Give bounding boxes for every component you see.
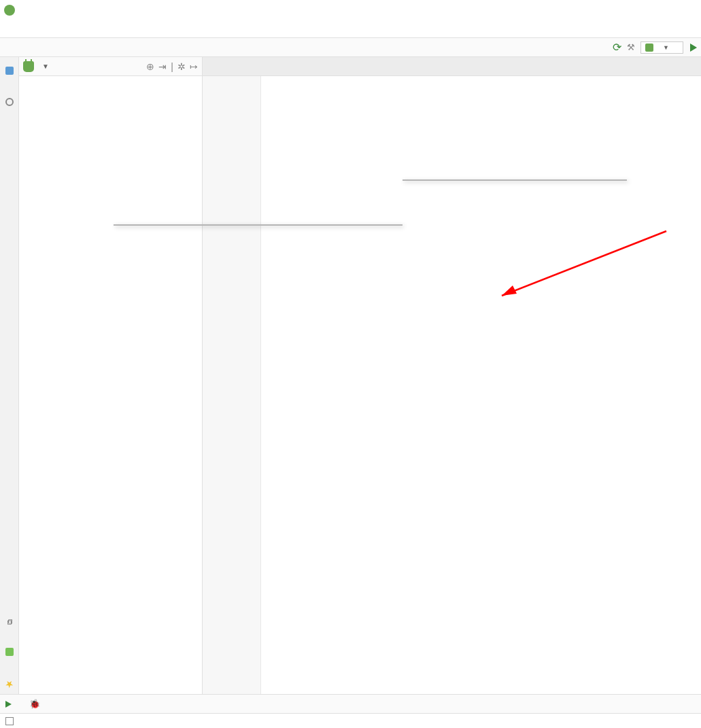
run-icon[interactable] (5, 701, 12, 708)
collapse-icon[interactable]: ⇥ (158, 61, 167, 72)
add-icon[interactable]: ⊕ (146, 61, 154, 72)
android-icon (23, 61, 34, 72)
tool-build-variants[interactable] (5, 641, 14, 660)
tool-structure[interactable]: ⧉ (5, 612, 14, 629)
tool-captures[interactable] (5, 91, 14, 110)
run-config-selector[interactable]: ▼ (640, 41, 683, 54)
project-view-header: ▼ ⊕ ⇥ | ✲ ↦ (19, 57, 202, 76)
hide-icon[interactable]: ↦ (190, 61, 198, 72)
titlebar (0, 0, 701, 20)
build-bar (0, 713, 701, 728)
editor-tabs (203, 57, 701, 76)
module-icon (645, 44, 653, 52)
status-bar: 🐞 (0, 694, 701, 713)
editor-area (203, 57, 701, 694)
menubar (0, 20, 701, 38)
debug-icon[interactable]: 🐞 (29, 699, 40, 709)
gear-icon[interactable]: ✲ (177, 61, 186, 72)
new-submenu[interactable] (403, 179, 627, 181)
run-button[interactable] (690, 44, 697, 52)
tool-project[interactable] (5, 60, 14, 79)
app-icon (4, 5, 15, 16)
editor[interactable] (203, 76, 701, 694)
project-tool-window: ▼ ⊕ ⇥ | ✲ ↦ (19, 57, 203, 694)
hammer-icon[interactable]: ⚒ (627, 42, 635, 52)
gutter (203, 76, 261, 694)
context-menu[interactable] (114, 224, 403, 226)
sync-icon[interactable]: ⟳ (613, 41, 621, 54)
tool-window-bar-left: ⧉ ★ (0, 57, 19, 694)
chevron-down-icon[interactable]: ▼ (42, 63, 49, 70)
code-content[interactable] (261, 76, 701, 694)
divider: | (171, 61, 173, 72)
tool-favorites[interactable]: ★ (4, 672, 15, 694)
project-tree[interactable] (19, 76, 202, 694)
navigation-bar: ⟳ ⚒ ▼ (0, 38, 701, 57)
